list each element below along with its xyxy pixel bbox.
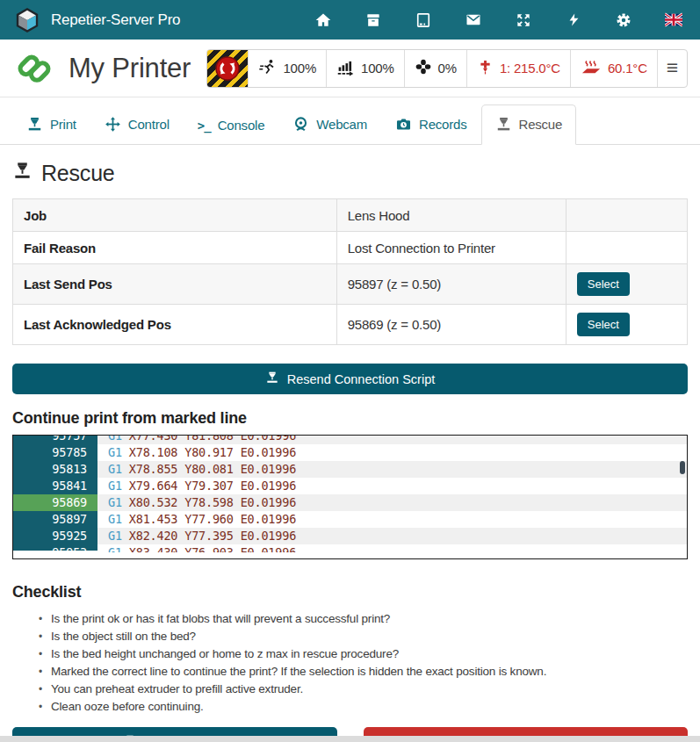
gcode-line-selected[interactable]: 95869G1 X80.532 Y78.598 E0.01996 (13, 494, 687, 511)
printer-tabs: Print Control >_ Console Webcam (0, 97, 700, 145)
console-icon: >_ (198, 119, 211, 133)
speed-multiplier[interactable]: 100% (248, 50, 326, 87)
emergency-hazard-icon (207, 50, 248, 87)
app-logo-icon[interactable] (14, 7, 40, 33)
language-flag-icon-en[interactable] (665, 11, 682, 29)
tab-label: Records (419, 117, 466, 132)
table-row: Last Acknowledged Pos 95869 (z = 0.50) S… (13, 305, 688, 345)
printer-name: My Printer (69, 53, 191, 84)
emergency-stop-button[interactable] (207, 50, 248, 87)
tab-label: Rescue (519, 117, 563, 132)
tab-rescue[interactable]: Rescue (481, 104, 577, 145)
checklist-item: You can preheat extruder to prefill acti… (39, 681, 688, 698)
extruder-temperature[interactable]: 1: 215.0°C (466, 50, 570, 87)
checklist-item: Is the print ok or has it fat blobs that… (39, 610, 688, 628)
expand-icon[interactable] (515, 11, 532, 29)
checklist-item: Clean ooze before continuing. (39, 698, 688, 716)
tab-webcam[interactable]: Webcam (278, 104, 381, 145)
fan-status[interactable]: 0% (404, 50, 466, 87)
row-label: Last Send Pos (13, 264, 337, 305)
row-value: Lost Connection to Printer (336, 232, 566, 264)
printer-status-bar: 100% 100% (206, 49, 688, 88)
row-label: Last Acknowledged Pos (13, 305, 337, 345)
checklist-heading: Checklist (12, 583, 688, 602)
bolt-icon[interactable] (565, 11, 582, 29)
speed-icon (258, 58, 277, 79)
app-title: Repetier-Server Pro (51, 11, 180, 29)
connected-link-icon (14, 50, 54, 87)
row-value: 95897 (z = 0.50) (336, 264, 566, 305)
print-icon (26, 116, 43, 133)
continue-from-line-heading: Continue print from marked line (12, 409, 688, 428)
home-icon[interactable] (314, 11, 332, 29)
printer-menu-button[interactable]: ≡ (657, 50, 687, 87)
rescue-heading-icon (12, 161, 32, 186)
mail-icon[interactable] (465, 11, 482, 29)
gcode-line[interactable]: 95757G1 X77.430 Y81.808 E0.01996 (13, 436, 687, 444)
table-row: Last Send Pos 95897 (z = 0.50) Select (13, 264, 688, 305)
gcode-line[interactable]: 95785G1 X78.108 Y80.917 E0.01996 (13, 444, 687, 461)
checklist: Is the print ok or has it fat blobs that… (39, 610, 688, 716)
row-label: Fail Reason (13, 232, 337, 264)
rescue-printer-icon (495, 116, 512, 133)
gcode-scrollbar-thumb[interactable] (680, 461, 685, 474)
resend-connection-script-button[interactable]: Resend Connection Script (12, 364, 688, 394)
fan-icon (415, 58, 432, 78)
settings-gear-icon[interactable] (615, 11, 632, 29)
rescue-panel: Rescue Job Lens Hood Fail Reason Lost Co… (0, 161, 700, 742)
tab-label: Console (218, 118, 265, 133)
top-navbar: Repetier-Server Pro (0, 0, 700, 40)
tab-label: Print (50, 117, 76, 132)
extruder-temp-value: 1: 215.0°C (500, 61, 560, 76)
gcode-line-selector: 95757G1 X77.430 Y81.808 E0.01996 95785G1… (12, 435, 688, 559)
row-label: Job (13, 199, 337, 232)
archive-box-icon[interactable] (364, 11, 382, 29)
flow-icon (336, 58, 355, 79)
gcode-line[interactable]: 95813G1 X78.855 Y80.081 E0.01996 (13, 461, 687, 478)
tab-label: Webcam (316, 117, 367, 132)
records-camera-icon (395, 116, 412, 133)
tab-records[interactable]: Records (381, 104, 480, 145)
table-row: Fail Reason Lost Connection to Printer (13, 232, 688, 264)
navbar-menu (314, 11, 686, 29)
heated-bed-icon (581, 57, 602, 79)
speed-value: 100% (283, 61, 316, 76)
printer-header: My Printer (0, 40, 700, 97)
gcode-line[interactable]: 95925G1 X82.420 Y77.395 E0.01996 (13, 528, 687, 544)
tab-print[interactable]: Print (12, 104, 90, 145)
checklist-item: Marked the correct line to continue the … (39, 663, 688, 681)
select-last-send-pos-button[interactable]: Select (577, 272, 630, 296)
checklist-item: Is the bed height unchanged or home to z… (39, 645, 688, 663)
gcode-line[interactable]: 95897G1 X81.453 Y77.960 E0.01996 (13, 511, 687, 528)
book-icon[interactable] (415, 11, 432, 29)
extruder-icon (477, 59, 494, 78)
row-value: 95869 (z = 0.50) (336, 305, 566, 345)
row-value: Lens Hood (336, 199, 566, 232)
gcode-line[interactable]: 95953G1 X83.430 Y76.903 E0.01996 (13, 544, 687, 552)
gcode-line[interactable]: 95841G1 X79.664 Y79.307 E0.01996 (13, 478, 687, 494)
bed-temperature[interactable]: 60.1°C (570, 50, 657, 87)
tab-console[interactable]: >_ Console (184, 106, 279, 145)
rescue-info-table: Job Lens Hood Fail Reason Lost Connectio… (12, 198, 688, 345)
page-bottom-strip (0, 736, 700, 742)
table-row: Job Lens Hood (13, 199, 688, 232)
tab-control[interactable]: Control (90, 104, 184, 145)
printer-icon (265, 371, 279, 387)
flow-value: 100% (361, 61, 394, 76)
checklist-item: Is the object still on the bed? (39, 628, 688, 645)
bed-temp-value: 60.1°C (608, 61, 647, 76)
flow-multiplier[interactable]: 100% (326, 50, 404, 87)
webcam-icon (292, 116, 309, 133)
rescue-heading: Rescue (12, 161, 688, 186)
move-control-icon (105, 116, 121, 133)
tab-label: Control (128, 117, 170, 132)
select-last-acknowledged-pos-button[interactable]: Select (577, 313, 630, 336)
fan-value: 0% (438, 61, 457, 76)
